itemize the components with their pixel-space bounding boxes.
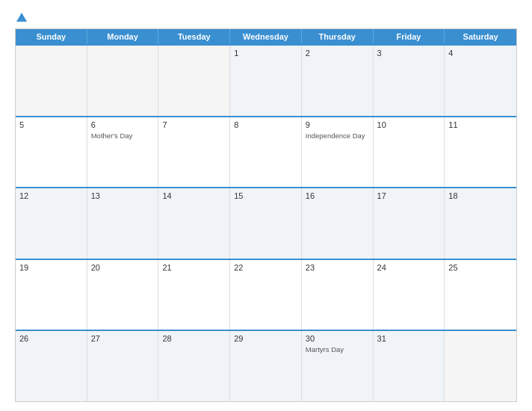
day-number: 5 — [19, 120, 83, 129]
day-number: 13 — [91, 191, 155, 200]
calendar-header: SundayMondayTuesdayWednesdayThursdayFrid… — [16, 29, 516, 44]
day-number: 15 — [234, 191, 297, 200]
event-label: Independence Day — [306, 132, 365, 140]
day-number: 17 — [377, 191, 441, 200]
cal-cell: 12 — [16, 188, 87, 259]
day-number: 11 — [448, 120, 513, 129]
day-number: 27 — [91, 334, 155, 343]
day-header-friday: Friday — [374, 29, 445, 44]
cal-cell: 7 — [158, 117, 230, 188]
day-number: 2 — [306, 49, 369, 58]
cal-cell: 23 — [302, 260, 374, 330]
cal-cell: 9Independence Day — [302, 117, 374, 188]
cal-cell — [158, 46, 230, 116]
day-header-monday: Monday — [87, 29, 159, 44]
day-number: 19 — [19, 263, 83, 272]
day-header-thursday: Thursday — [302, 29, 374, 44]
day-header-saturday: Saturday — [445, 29, 516, 44]
cal-cell: 16 — [302, 188, 374, 259]
day-number: 9 — [306, 120, 369, 129]
cal-cell: 30Martyrs Day — [302, 331, 374, 401]
cal-cell: 1 — [230, 46, 302, 116]
header — [15, 13, 517, 22]
day-header-wednesday: Wednesday — [230, 29, 302, 44]
cal-cell — [445, 331, 516, 401]
cal-cell: 26 — [16, 331, 87, 401]
day-number: 24 — [377, 263, 441, 272]
day-number: 31 — [377, 334, 441, 343]
cal-cell: 14 — [158, 188, 230, 259]
event-label: Mother's Day — [91, 132, 133, 140]
day-number: 3 — [377, 49, 441, 58]
day-number: 23 — [306, 263, 369, 272]
week-row-4: 19202122232425 — [16, 259, 516, 330]
day-header-sunday: Sunday — [16, 29, 87, 44]
week-row-1: 1234 — [16, 44, 516, 116]
calendar: SundayMondayTuesdayWednesdayThursdayFrid… — [15, 28, 517, 402]
event-label: Martyrs Day — [306, 345, 344, 353]
day-number: 29 — [234, 334, 297, 343]
day-number: 18 — [448, 191, 513, 200]
calendar-page: SundayMondayTuesdayWednesdayThursdayFrid… — [0, 0, 532, 411]
day-number: 10 — [377, 120, 441, 129]
cal-cell: 20 — [87, 260, 159, 330]
day-number: 1 — [234, 49, 297, 58]
day-number: 22 — [234, 263, 297, 272]
day-header-tuesday: Tuesday — [158, 29, 230, 44]
cal-cell: 25 — [445, 260, 516, 330]
cal-cell: 11 — [445, 117, 516, 188]
day-number: 7 — [162, 120, 226, 129]
week-row-2: 56Mother's Day789Independence Day1011 — [16, 116, 516, 188]
day-number: 16 — [306, 191, 369, 200]
cal-cell: 4 — [445, 46, 516, 116]
day-number: 28 — [162, 334, 226, 343]
day-number: 30 — [306, 334, 369, 343]
cal-cell — [16, 46, 87, 116]
day-number: 8 — [234, 120, 297, 129]
cal-cell: 5 — [16, 117, 87, 188]
week-row-5: 2627282930Martyrs Day31 — [16, 330, 516, 401]
day-number: 26 — [19, 334, 83, 343]
day-number: 12 — [19, 191, 83, 200]
day-number: 14 — [162, 191, 226, 200]
cal-cell: 18 — [445, 188, 516, 259]
day-number: 6 — [91, 120, 155, 129]
cal-cell: 15 — [230, 188, 302, 259]
week-row-3: 12131415161718 — [16, 187, 516, 259]
cal-cell: 22 — [230, 260, 302, 330]
cal-cell: 6Mother's Day — [87, 117, 159, 188]
cal-cell: 17 — [374, 188, 445, 259]
cal-cell: 2 — [302, 46, 374, 116]
cal-cell: 29 — [230, 331, 302, 401]
cal-cell: 13 — [87, 188, 159, 259]
cal-cell: 10 — [374, 117, 445, 188]
calendar-body: 123456Mother's Day789Independence Day101… — [16, 44, 516, 401]
cal-cell: 24 — [374, 260, 445, 330]
day-number: 20 — [91, 263, 155, 272]
cal-cell: 8 — [230, 117, 302, 188]
cal-cell: 27 — [87, 331, 159, 401]
logo-row — [15, 13, 27, 22]
day-number: 4 — [448, 49, 513, 58]
cal-cell: 3 — [374, 46, 445, 116]
logo — [15, 13, 27, 22]
cal-cell: 19 — [16, 260, 87, 330]
logo-triangle-icon — [16, 13, 27, 22]
cal-cell: 28 — [158, 331, 230, 401]
cal-cell — [87, 46, 159, 116]
cal-cell: 21 — [158, 260, 230, 330]
day-number: 21 — [162, 263, 226, 272]
day-number: 25 — [448, 263, 513, 272]
cal-cell: 31 — [374, 331, 445, 401]
